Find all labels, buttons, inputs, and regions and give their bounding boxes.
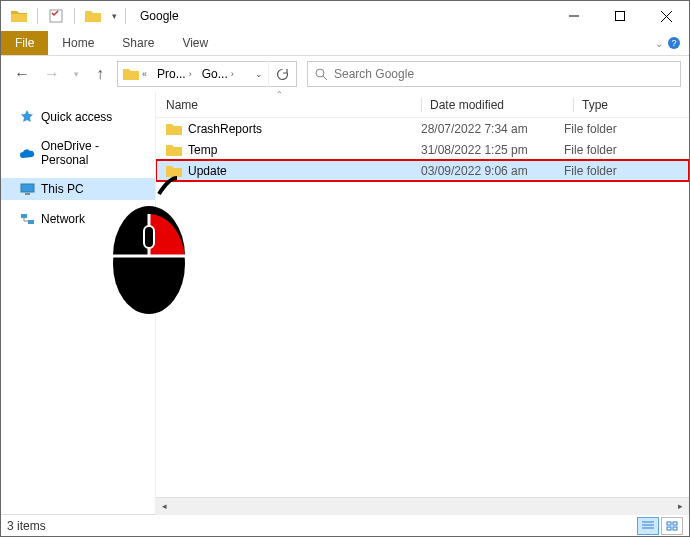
address-segment-0[interactable]: Pro...›	[152, 67, 197, 81]
search-icon	[308, 68, 334, 81]
file-list-pane: ⌃ Name Date modified Type CrashReports 2…	[156, 92, 689, 514]
sidebar-item-label: OneDrive - Personal	[41, 139, 147, 167]
status-text: 3 items	[7, 519, 637, 533]
file-row[interactable]: Update 03/09/2022 9:06 am File folder	[156, 160, 689, 181]
ribbon-expand-icon[interactable]: ⌄	[655, 38, 663, 49]
column-type[interactable]: Type	[582, 98, 689, 112]
minimize-button[interactable]	[551, 1, 597, 31]
svg-line-8	[323, 76, 327, 80]
file-type: File folder	[564, 143, 689, 157]
folder-icon	[166, 143, 182, 157]
search-box[interactable]	[307, 61, 681, 87]
column-headers: Name Date modified Type	[156, 92, 689, 118]
ribbon-tabs: File Home Share View ⌄ ?	[1, 31, 689, 56]
sidebar-item-label: Quick access	[41, 110, 112, 124]
recent-dropdown-icon[interactable]: ▾	[69, 61, 83, 87]
tab-file[interactable]: File	[1, 31, 48, 55]
svg-rect-19	[673, 527, 677, 530]
folder-app-icon[interactable]	[7, 5, 31, 27]
explorer-window: ▾ Google File Home Share View ⌄ ? ← → ▾ …	[0, 0, 690, 537]
navigation-bar: ← → ▾ ↑ « Pro...› Go...› ⌄	[1, 56, 689, 92]
sidebar-item-quick-access[interactable]: Quick access	[1, 106, 155, 128]
svg-rect-10	[25, 193, 30, 195]
maximize-button[interactable]	[597, 1, 643, 31]
column-date[interactable]: Date modified	[430, 98, 573, 112]
sidebar-item-network[interactable]: Network	[1, 208, 155, 230]
window-title: Google	[130, 9, 551, 23]
address-dropdown-icon[interactable]: ⌄	[250, 69, 268, 79]
window-controls	[551, 1, 689, 31]
folder-icon	[166, 164, 182, 178]
file-name: CrashReports	[188, 122, 262, 136]
help-icon[interactable]: ?	[667, 36, 681, 50]
quick-access-toolbar: ▾	[1, 5, 121, 27]
svg-rect-0	[50, 10, 62, 22]
up-button[interactable]: ↑	[87, 61, 113, 87]
view-large-icons-button[interactable]	[661, 517, 683, 535]
tab-home[interactable]: Home	[48, 31, 108, 55]
chevron-right-icon[interactable]: «	[142, 69, 147, 79]
sidebar-item-this-pc[interactable]: This PC	[1, 178, 155, 200]
address-bar[interactable]: « Pro...› Go...› ⌄	[117, 61, 297, 87]
file-type: File folder	[564, 122, 689, 136]
file-date: 03/09/2022 9:06 am	[421, 164, 564, 178]
file-row[interactable]: CrashReports 28/07/2022 7:34 am File fol…	[156, 118, 689, 139]
status-bar: 3 items	[1, 514, 689, 536]
properties-icon[interactable]	[44, 5, 68, 27]
file-date: 28/07/2022 7:34 am	[421, 122, 564, 136]
file-date: 31/08/2022 1:25 pm	[421, 143, 564, 157]
network-icon	[19, 211, 35, 227]
sidebar-item-label: This PC	[41, 182, 84, 196]
svg-rect-2	[616, 12, 625, 21]
horizontal-scrollbar[interactable]: ◂ ▸	[156, 497, 689, 514]
body: Quick access OneDrive - Personal This PC…	[1, 92, 689, 514]
file-name: Update	[188, 164, 227, 178]
file-row[interactable]: Temp 31/08/2022 1:25 pm File folder	[156, 139, 689, 160]
file-name: Temp	[188, 143, 217, 157]
new-folder-icon[interactable]	[81, 5, 105, 27]
star-icon	[19, 109, 35, 125]
qat-dropdown-icon[interactable]: ▾	[107, 5, 121, 27]
svg-rect-16	[667, 522, 671, 525]
address-root-icon[interactable]: «	[118, 67, 152, 81]
sidebar-item-label: Network	[41, 212, 85, 226]
cloud-icon	[19, 145, 35, 161]
forward-button[interactable]: →	[39, 61, 65, 87]
svg-rect-17	[673, 522, 677, 525]
scroll-right-icon[interactable]: ▸	[672, 498, 689, 515]
file-type: File folder	[564, 164, 689, 178]
tab-view[interactable]: View	[168, 31, 222, 55]
sort-indicator-icon: ⌃	[276, 90, 283, 99]
address-segment-1[interactable]: Go...›	[197, 67, 239, 81]
folder-icon	[166, 122, 182, 136]
pc-icon	[19, 181, 35, 197]
svg-rect-9	[21, 184, 34, 192]
refresh-button[interactable]	[268, 61, 296, 87]
close-button[interactable]	[643, 1, 689, 31]
navigation-pane: Quick access OneDrive - Personal This PC…	[1, 92, 156, 514]
svg-rect-11	[21, 214, 27, 218]
sidebar-item-onedrive[interactable]: OneDrive - Personal	[1, 136, 155, 170]
svg-text:?: ?	[671, 38, 676, 48]
back-button[interactable]: ←	[9, 61, 35, 87]
scroll-left-icon[interactable]: ◂	[156, 498, 173, 515]
scroll-track[interactable]	[173, 498, 672, 515]
column-name[interactable]: Name	[166, 98, 421, 112]
title-bar: ▾ Google	[1, 1, 689, 31]
file-rows: CrashReports 28/07/2022 7:34 am File fol…	[156, 118, 689, 497]
svg-rect-18	[667, 527, 671, 530]
tab-share[interactable]: Share	[108, 31, 168, 55]
view-details-button[interactable]	[637, 517, 659, 535]
svg-point-7	[316, 69, 324, 77]
search-input[interactable]	[334, 67, 680, 81]
